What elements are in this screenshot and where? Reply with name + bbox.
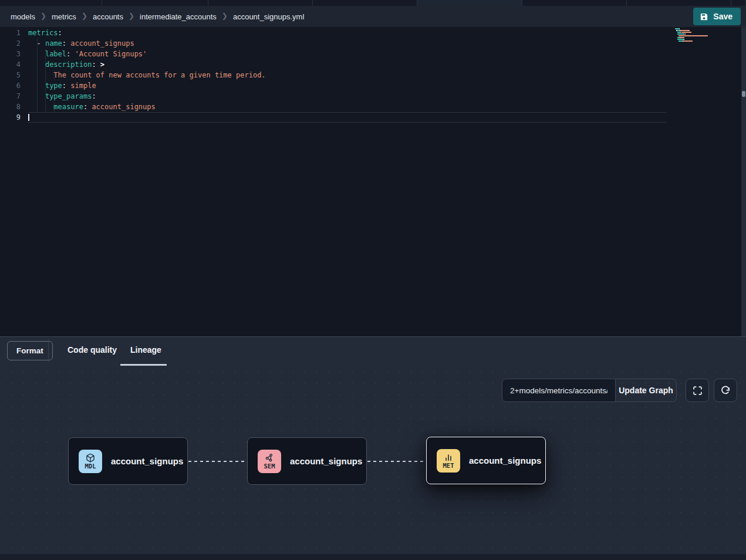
cube-icon [86,453,95,463]
line-number: 7 [0,91,28,102]
breadcrumb-item-current[interactable]: account_signups.yml [233,12,304,21]
line-number: 9 [0,112,28,123]
node-label: account_signups [111,456,183,466]
code-line-content [28,112,666,123]
code-line[interactable]: 2 - name: account_signups [0,38,666,49]
panel-divider [48,339,49,362]
footer-strip [0,554,746,560]
code-line-content: description: > [28,59,666,70]
line-number: 3 [0,49,28,59]
scrollbar-thumb[interactable] [742,91,745,97]
minimap[interactable] [675,28,711,44]
line-number: 1 [0,28,28,38]
update-graph-button[interactable]: Update Graph [615,379,676,402]
editor-lines: 1metrics:2 - name: account_signups3 labe… [0,28,666,123]
breadcrumb-item[interactable]: models [11,12,35,21]
code-line-content: type: simple [28,80,666,91]
save-button-label: Save [713,12,733,21]
editor-tab[interactable] [208,0,313,6]
breadcrumb-item[interactable]: accounts [93,12,123,21]
code-line[interactable]: 3 label: 'Account Signups' [0,49,666,59]
code-line[interactable]: 9 [0,112,666,123]
editor-tab-active[interactable] [417,0,522,6]
editor-tab[interactable] [313,0,417,6]
editor-tab[interactable] [0,0,102,6]
editor-tab[interactable] [102,0,208,6]
code-line-content: measure: account_signups [28,102,666,112]
tab-code-quality[interactable]: Code quality [67,345,117,355]
lineage-edge [367,461,426,462]
editor-tab[interactable] [627,0,731,6]
code-line[interactable]: 5 The count of new accounts for a given … [0,70,666,80]
node-label: account_signups [290,456,362,466]
breadcrumb-item[interactable]: metrics [52,12,76,21]
chevron-right-icon: ❯ [40,12,46,20]
save-icon [700,12,708,21]
line-number: 5 [0,70,28,80]
fullscreen-icon [693,386,703,396]
code-line[interactable]: 8 measure: account_signups [0,102,666,112]
chevron-right-icon: ❯ [82,12,87,20]
lineage-edge [188,461,247,462]
node-label: account_signups [469,456,541,465]
lineage-node-metric[interactable]: MET account_signups [426,437,546,484]
lineage-selector-group: Update Graph [502,379,677,402]
code-line-content: The count of new accounts for a given ti… [28,70,666,80]
line-number: 8 [0,102,28,112]
active-tab-underline [120,364,167,366]
line-number: 6 [0,80,28,91]
line-number: 2 [0,38,28,49]
share-network-icon [265,453,274,463]
ide-window: models ❯ metrics ❯ accounts ❯ intermedia… [0,0,746,560]
breadcrumb: models ❯ metrics ❯ accounts ❯ intermedia… [11,12,304,21]
bar-chart-icon [444,453,453,462]
lineage-node-model[interactable]: MDL account_signups [68,437,188,485]
model-badge: MDL [79,450,102,473]
code-line[interactable]: 6 type: simple [0,80,666,91]
chevron-right-icon: ❯ [129,12,134,20]
tab-lineage[interactable]: Lineage [130,345,161,355]
breadcrumb-item[interactable]: intermediate_accounts [140,12,217,21]
metric-badge: MET [437,449,460,473]
refresh-icon [720,385,731,396]
code-line[interactable]: 1metrics: [0,28,666,38]
fullscreen-button[interactable] [686,379,709,402]
code-line[interactable]: 7 type_params: [0,91,666,102]
refresh-button[interactable] [714,379,737,402]
code-line-content: metrics: [28,28,666,38]
save-button[interactable]: Save [693,8,741,25]
editor-tab-strip [0,0,746,6]
format-button[interactable]: Format [7,341,53,360]
code-line[interactable]: 4 description: > [0,59,666,70]
badge-label: MET [443,463,454,469]
lineage-node-semantic-model[interactable]: SEM account_signups [247,437,367,485]
badge-label: MDL [85,463,96,470]
lineage-selector-input[interactable] [502,379,615,402]
editor-tab [731,0,746,6]
editor-tab[interactable] [522,0,627,6]
breadcrumb-bar: models ❯ metrics ❯ accounts ❯ intermedia… [0,6,746,27]
semantic-badge: SEM [258,450,281,473]
badge-label: SEM [264,463,275,470]
code-line-content: type_params: [28,91,666,102]
code-editor[interactable]: 1metrics:2 - name: account_signups3 labe… [0,27,741,336]
chevron-right-icon: ❯ [222,12,228,20]
code-line-content: - name: account_signups [28,38,666,49]
code-line-content: label: 'Account Signups' [28,49,666,59]
line-number: 4 [0,59,28,70]
